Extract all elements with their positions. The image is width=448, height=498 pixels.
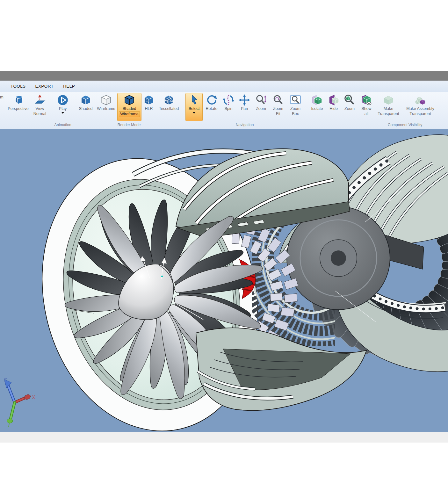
menu-tools[interactable]: TOOLS bbox=[11, 84, 26, 89]
ribbon-group-component-visibility: Isolate Hide bbox=[307, 92, 440, 129]
y-axis-arrow bbox=[7, 419, 13, 423]
make-assembly-transparent-button[interactable]: Make Assembly Transparent bbox=[402, 93, 438, 121]
hide-icon bbox=[328, 94, 340, 106]
tessellated-button[interactable]: Tessellated bbox=[156, 93, 182, 121]
show-all-button[interactable]: Show all bbox=[358, 93, 375, 121]
zoom-fit-button[interactable]: Zoom Fit bbox=[270, 93, 287, 121]
button-label: all bbox=[365, 111, 369, 116]
dropdown-arrow-icon[interactable] bbox=[61, 112, 64, 115]
zoom-button[interactable]: Zoom bbox=[252, 93, 270, 121]
app-window: TOOLS EXPORT HELP m Perspective bbox=[0, 0, 448, 498]
x-axis-label: X bbox=[32, 395, 35, 400]
make-solid-button[interactable]: Make Solid bbox=[442, 93, 448, 121]
group-label: Component Visibility bbox=[338, 123, 448, 129]
select-cursor-icon bbox=[188, 94, 200, 106]
button-label: Transparent bbox=[378, 111, 399, 116]
make-assembly-transparent-icon bbox=[414, 94, 426, 106]
z-axis-label: Z bbox=[4, 378, 7, 383]
zoom-component-icon bbox=[343, 94, 356, 106]
button-label: Shaded bbox=[122, 106, 136, 111]
status-bar bbox=[0, 432, 448, 443]
button-label: Zoom bbox=[273, 106, 283, 111]
shaded-button[interactable]: Shaded bbox=[76, 93, 95, 121]
rotate-icon bbox=[206, 94, 218, 106]
menu-bar: TOOLS EXPORT HELP bbox=[0, 81, 448, 92]
wireframe-button[interactable]: Wireframe bbox=[95, 93, 117, 121]
button-label: Isolate bbox=[311, 106, 323, 111]
button-label: Tessellated bbox=[159, 106, 179, 111]
show-all-icon bbox=[360, 94, 372, 106]
group-label: Navigation bbox=[184, 123, 305, 129]
shaded-wireframe-cube-icon bbox=[123, 94, 135, 106]
select-button[interactable]: Select bbox=[185, 93, 203, 121]
button-label: View bbox=[36, 106, 44, 111]
title-bar bbox=[0, 71, 448, 81]
play-icon bbox=[57, 94, 69, 106]
zoom-icon bbox=[255, 94, 267, 106]
selection-marker bbox=[161, 276, 163, 277]
button-label: Wireframe bbox=[97, 106, 115, 111]
button-label: Show bbox=[361, 106, 371, 111]
wireframe-cube-icon bbox=[100, 94, 112, 106]
group-label: Animation bbox=[52, 123, 74, 129]
clipped-button-label: m bbox=[0, 95, 4, 99]
make-transparent-button[interactable]: Make Transparent bbox=[375, 93, 402, 121]
button-label: Transparent bbox=[410, 111, 431, 116]
button-label: Play bbox=[59, 106, 67, 111]
button-label: Normal bbox=[33, 111, 46, 116]
button-label: Spin bbox=[224, 106, 232, 111]
play-button[interactable]: Play bbox=[53, 93, 73, 121]
turbofan-engine-model: Z X bbox=[0, 129, 448, 432]
isolate-button[interactable]: Isolate bbox=[308, 93, 326, 121]
button-label: Box bbox=[292, 111, 299, 116]
pan-icon bbox=[238, 94, 250, 106]
view-normal-icon bbox=[34, 94, 46, 106]
button-label: Select bbox=[189, 106, 200, 111]
spin-icon bbox=[222, 94, 235, 106]
button-label: Hide bbox=[329, 106, 338, 111]
group-label: Render Mode bbox=[75, 123, 183, 129]
button-label: Perspective bbox=[8, 106, 28, 111]
zoom-component-button[interactable]: Zoom bbox=[341, 93, 358, 121]
ribbon-group-animation: Play Animation bbox=[52, 92, 74, 129]
dropdown-arrow-icon[interactable] bbox=[193, 112, 195, 115]
ribbon-group-render-mode: Shaded Wireframe Shade bbox=[75, 92, 183, 129]
button-label: Zoom bbox=[256, 106, 266, 111]
button-label: Zoom bbox=[344, 106, 355, 111]
button-label: Shaded bbox=[79, 106, 92, 111]
perspective-button[interactable]: Perspective bbox=[6, 93, 31, 121]
button-label: Pan bbox=[241, 106, 248, 111]
make-transparent-icon bbox=[382, 94, 394, 106]
ribbon-group-view: Perspective View Normal bbox=[4, 92, 50, 129]
hlr-button[interactable]: HLR bbox=[141, 93, 156, 121]
menu-export[interactable]: EXPORT bbox=[35, 84, 54, 89]
zoom-fit-icon bbox=[272, 94, 284, 106]
hide-button[interactable]: Hide bbox=[326, 93, 341, 121]
zoom-box-button[interactable]: Zoom Box bbox=[287, 93, 304, 121]
button-label: Make bbox=[384, 106, 394, 111]
rotate-button[interactable]: Rotate bbox=[203, 93, 220, 121]
shaded-cube-icon bbox=[80, 94, 92, 106]
view-normal-button[interactable]: View Normal bbox=[31, 93, 49, 121]
button-label: Make Assembly bbox=[406, 106, 434, 111]
zoom-box-icon bbox=[289, 94, 301, 106]
hlr-cube-icon bbox=[143, 94, 155, 106]
ribbon-group-navigation: Select Rotate bbox=[184, 92, 305, 129]
shaded-wireframe-button[interactable]: Shaded Wireframe bbox=[117, 93, 141, 121]
spin-button[interactable]: Spin bbox=[220, 93, 236, 121]
ribbon-toolbar: m Perspective bbox=[0, 92, 448, 129]
group-label bbox=[4, 123, 50, 129]
pan-button[interactable]: Pan bbox=[236, 93, 252, 121]
button-label: HLR bbox=[145, 106, 153, 111]
button-label: Rotate bbox=[206, 106, 218, 111]
perspective-cube-icon bbox=[12, 94, 24, 106]
tessellated-cube-icon bbox=[163, 94, 175, 106]
viewport-3d[interactable]: Z X bbox=[0, 129, 448, 432]
menu-help[interactable]: HELP bbox=[63, 84, 75, 89]
button-label[interactable]: Wireframe bbox=[119, 111, 140, 117]
button-label: Zoom bbox=[290, 106, 300, 111]
button-label: Fit bbox=[276, 111, 280, 116]
isolate-icon bbox=[311, 94, 323, 106]
